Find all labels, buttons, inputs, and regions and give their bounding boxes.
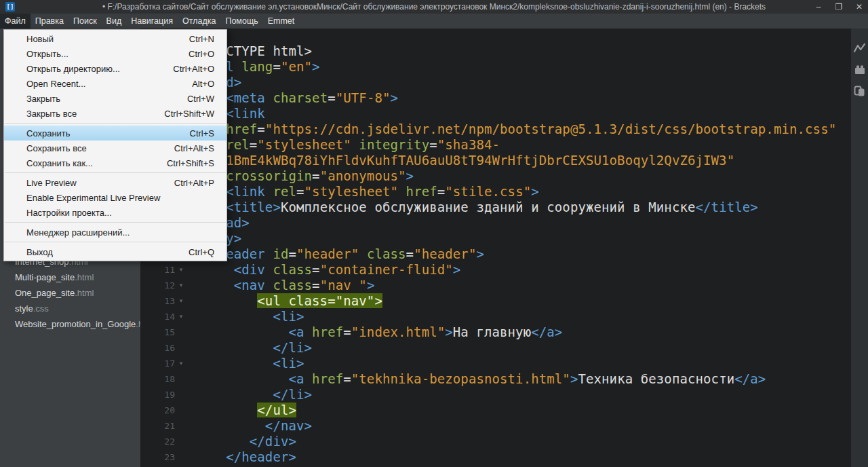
file-extension: .css bbox=[33, 303, 49, 314]
line-number[interactable]: 15 bbox=[140, 324, 175, 340]
line-number[interactable]: 11 bbox=[140, 262, 175, 278]
fold-arrow-icon[interactable]: ▼ bbox=[175, 309, 191, 324]
menu-item-enable-experimental-live-preview[interactable]: Enable Experimental Live Preview bbox=[4, 190, 226, 205]
fold-arrow-icon[interactable]: ▼ bbox=[175, 356, 191, 371]
code-line: 11▼ <div class="container-fluid"> bbox=[140, 262, 836, 278]
code-text[interactable]: <link rel="stylesheet" href="stile.css"> bbox=[195, 184, 539, 200]
menu-item-save[interactable]: СохранитьCtrl+S bbox=[4, 126, 226, 141]
menu-item-close[interactable]: ЗакрытьCtrl+W bbox=[4, 91, 226, 106]
menu-item-new[interactable]: НовыйCtrl+N bbox=[4, 31, 226, 46]
code-text[interactable]: <ul class="nav"> bbox=[195, 293, 382, 309]
line-number[interactable]: 22 bbox=[140, 434, 175, 449]
code-text[interactable]: </nav> bbox=[195, 418, 312, 434]
code-text[interactable]: <title>Комплексное обслуживание зданий и… bbox=[195, 200, 758, 215]
menu-bar-item-emmet[interactable]: Emmet bbox=[263, 14, 300, 29]
right-toolbar bbox=[851, 29, 868, 467]
code-token bbox=[265, 262, 273, 277]
indent bbox=[195, 356, 273, 371]
menu-item-shortcut: Ctrl+Shift+W bbox=[164, 109, 214, 119]
menu-bar-item-debug[interactable]: Отладка bbox=[178, 14, 220, 29]
fold-arrow-icon[interactable]: ▼ bbox=[175, 293, 191, 309]
menu-bar-item-edit[interactable]: Правка bbox=[31, 14, 68, 29]
code-text[interactable]: </header> bbox=[195, 449, 296, 465]
menu-item-quit[interactable]: ВыходCtrl+Q bbox=[4, 244, 226, 259]
gutter-spacer bbox=[175, 418, 191, 434]
code-token bbox=[398, 184, 406, 199]
minimize-button[interactable]: – bbox=[814, 0, 823, 14]
line-number[interactable]: 17 bbox=[140, 356, 175, 371]
menu-item-save-all[interactable]: Сохранить всеCtrl+Alt+S bbox=[4, 141, 226, 155]
gutter: 13▼ bbox=[140, 293, 195, 309]
sidebar-file[interactable]: Multi-page_site.html bbox=[0, 269, 140, 285]
code-token: charset bbox=[273, 90, 328, 105]
sidebar-file[interactable]: style.css bbox=[0, 301, 140, 316]
code-text[interactable]: href="https://cdn.jsdelivr.net/npm/boots… bbox=[195, 122, 836, 137]
code-line: crossorigin="anonymous"> bbox=[140, 168, 836, 184]
code-text[interactable]: <div class="container-fluid"> bbox=[195, 262, 460, 278]
menu-bar-item-file[interactable]: Файл bbox=[0, 14, 31, 29]
gutter: 21 bbox=[140, 418, 195, 434]
line-number[interactable]: 16 bbox=[140, 340, 175, 356]
code-text[interactable]: <li> bbox=[195, 309, 304, 324]
window-title: • F:/Разработка сайтов/Сайт обслуживание… bbox=[0, 2, 868, 12]
code-editor[interactable]: <!DOCTYPE html><html lang="en"><head> <m… bbox=[140, 29, 851, 467]
live-preview-icon[interactable] bbox=[854, 42, 866, 54]
code-line: <head> bbox=[140, 75, 836, 90]
menu-bar-item-view[interactable]: Вид bbox=[102, 14, 127, 29]
code-text[interactable]: crossorigin="anonymous"> bbox=[195, 168, 414, 184]
code-token: <li> bbox=[273, 309, 304, 324]
line-number[interactable]: 21 bbox=[140, 418, 175, 434]
code-text[interactable]: </li> bbox=[195, 387, 312, 403]
code-text[interactable]: 1BmE4kWBq78iYhFldvKuhfTAU6auU8tT94WrHftj… bbox=[195, 153, 734, 168]
code-text[interactable]: <a href="tekhnika-bezopasnosti.html">Тех… bbox=[195, 371, 766, 387]
code-text[interactable]: <header id="header" class="header"> bbox=[195, 246, 484, 262]
code-token: = bbox=[312, 168, 320, 183]
code-text[interactable]: rel="stylesheet" integrity="sha384- bbox=[195, 137, 500, 153]
maximize-button[interactable]: ❐ bbox=[834, 0, 844, 14]
code-token: = bbox=[273, 59, 281, 74]
fold-arrow-icon[interactable]: ▼ bbox=[175, 278, 191, 293]
menu-separator bbox=[5, 123, 226, 124]
menu-item-open[interactable]: Открыть...Ctrl+O bbox=[4, 46, 226, 61]
menu-bar-item-help[interactable]: Помощь bbox=[220, 14, 262, 29]
fold-arrow-icon[interactable]: ▼ bbox=[175, 262, 191, 278]
line-number[interactable]: 23 bbox=[140, 449, 175, 465]
line-number[interactable]: 19 bbox=[140, 387, 175, 403]
line-number[interactable]: 13 bbox=[140, 293, 175, 309]
code-text[interactable]: <li> bbox=[195, 356, 304, 371]
code-line: 18 <a href="tekhnika-bezopasnosti.html">… bbox=[140, 371, 836, 387]
code-text[interactable]: <nav class="nav "> bbox=[195, 278, 374, 293]
line-number[interactable]: 14 bbox=[140, 309, 175, 324]
menu-item-open-folder[interactable]: Открыть директорию...Ctrl+Alt+O bbox=[4, 61, 226, 76]
line-number[interactable]: 18 bbox=[140, 371, 175, 387]
sidebar-file[interactable]: One_page_site.html bbox=[0, 285, 140, 301]
menu-item-live-preview[interactable]: Live PreviewCtrl+Alt+P bbox=[4, 175, 226, 190]
indent bbox=[195, 403, 257, 417]
code-text[interactable]: </li> bbox=[195, 340, 312, 356]
menu-item-project-settings[interactable]: Настройки проекта... bbox=[4, 205, 226, 220]
code-token: "stylesheet" bbox=[304, 184, 398, 199]
code-line: <title>Комплексное обслуживание зданий и… bbox=[140, 200, 836, 215]
code-token: "header" bbox=[296, 246, 359, 261]
menu-item-save-as[interactable]: Сохранить как...Ctrl+Shift+S bbox=[4, 155, 226, 170]
sidebar-file[interactable]: Website_promotion_in_Google.html bbox=[0, 316, 140, 332]
line-number[interactable]: 20 bbox=[140, 403, 175, 418]
menu-item-shortcut: Alt+O bbox=[192, 79, 214, 89]
gutter: 18 bbox=[140, 371, 195, 387]
menu-item-close-all[interactable]: Закрыть всеCtrl+Shift+W bbox=[4, 106, 226, 121]
close-button[interactable]: ✕ bbox=[854, 0, 864, 14]
menu-item-shortcut: Ctrl+W bbox=[187, 94, 214, 104]
menu-item-shortcut: Ctrl+Q bbox=[189, 247, 214, 257]
menu-bar-item-navigate[interactable]: Навигация bbox=[126, 14, 178, 29]
clone-icon[interactable] bbox=[854, 86, 866, 97]
menu-item-open-recent[interactable]: Open Recent...Alt+O bbox=[4, 76, 226, 91]
code-text[interactable]: </ul> bbox=[195, 403, 296, 418]
code-text[interactable]: <a href="index.html">На главную</a> bbox=[195, 324, 562, 340]
menu-bar-item-find[interactable]: Поиск bbox=[68, 14, 102, 29]
code-text[interactable]: </div> bbox=[195, 434, 296, 449]
gutter: 20 bbox=[140, 403, 195, 418]
gutter-spacer bbox=[175, 324, 191, 340]
line-number[interactable]: 12 bbox=[140, 278, 175, 293]
extension-manager-icon[interactable] bbox=[854, 64, 866, 75]
menu-item-extension-manager[interactable]: Менеджер расширений... bbox=[4, 225, 226, 240]
